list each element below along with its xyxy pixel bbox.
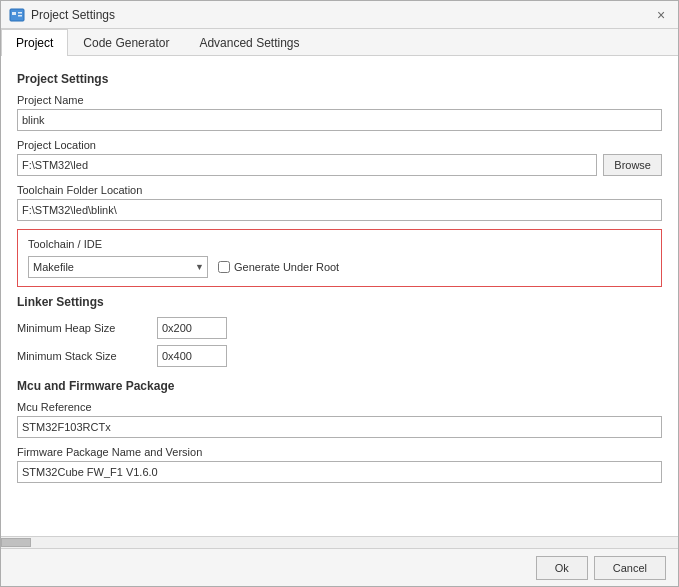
linker-settings-title: Linker Settings <box>17 295 662 309</box>
project-location-input[interactable] <box>17 154 597 176</box>
ok-button[interactable]: Ok <box>536 556 588 580</box>
min-heap-label: Minimum Heap Size <box>17 322 147 334</box>
title-bar-left: Project Settings <box>9 7 115 23</box>
h-scroll-thumb[interactable] <box>1 538 31 547</box>
generate-under-root-checkbox[interactable] <box>218 261 230 273</box>
tabs-bar: Project Code Generator Advanced Settings <box>1 29 678 56</box>
tab-code-generator[interactable]: Code Generator <box>68 29 184 56</box>
toolchain-ide-section: Toolchain / IDE Makefile STM32CubeIDE EW… <box>17 229 662 287</box>
mcu-ref-label: Mcu Reference <box>17 401 662 413</box>
content-area: Project Settings Project Name Project Lo… <box>1 56 678 536</box>
svg-rect-2 <box>18 12 22 14</box>
project-name-label: Project Name <box>17 94 662 106</box>
firmware-pkg-label: Firmware Package Name and Version <box>17 446 662 458</box>
horizontal-scrollbar[interactable] <box>1 536 678 548</box>
close-button[interactable]: × <box>652 6 670 24</box>
toolchain-folder-label: Toolchain Folder Location <box>17 184 662 196</box>
min-stack-label: Minimum Stack Size <box>17 350 147 362</box>
toolchain-row: Makefile STM32CubeIDE EWARM MDK-ARM V5 ▼… <box>28 256 651 278</box>
svg-rect-3 <box>18 15 22 17</box>
footer: Ok Cancel <box>1 548 678 586</box>
toolchain-ide-label: Toolchain / IDE <box>28 238 651 250</box>
svg-rect-1 <box>12 12 16 15</box>
min-heap-input[interactable] <box>157 317 227 339</box>
project-settings-window: Project Settings × Project Code Generato… <box>0 0 679 587</box>
firmware-pkg-input[interactable] <box>17 461 662 483</box>
tab-advanced-settings[interactable]: Advanced Settings <box>184 29 314 56</box>
title-bar: Project Settings × <box>1 1 678 29</box>
min-stack-input[interactable] <box>157 345 227 367</box>
project-location-label: Project Location <box>17 139 662 151</box>
browse-button[interactable]: Browse <box>603 154 662 176</box>
tab-project[interactable]: Project <box>1 29 68 56</box>
mcu-ref-input[interactable] <box>17 416 662 438</box>
project-settings-section-title: Project Settings <box>17 72 662 86</box>
min-stack-row: Minimum Stack Size <box>17 345 662 367</box>
window-title: Project Settings <box>31 8 115 22</box>
cancel-button[interactable]: Cancel <box>594 556 666 580</box>
mcu-section: Mcu and Firmware Package Mcu Reference F… <box>17 379 662 483</box>
toolchain-dropdown-wrap: Makefile STM32CubeIDE EWARM MDK-ARM V5 ▼ <box>28 256 208 278</box>
toolchain-folder-input[interactable] <box>17 199 662 221</box>
linker-settings-section: Linker Settings Minimum Heap Size Minimu… <box>17 295 662 367</box>
project-name-input[interactable] <box>17 109 662 131</box>
mcu-section-title: Mcu and Firmware Package <box>17 379 662 393</box>
min-heap-row: Minimum Heap Size <box>17 317 662 339</box>
toolchain-select[interactable]: Makefile STM32CubeIDE EWARM MDK-ARM V5 <box>28 256 208 278</box>
generate-under-root-label: Generate Under Root <box>234 261 339 273</box>
window-icon <box>9 7 25 23</box>
generate-under-root-wrap[interactable]: Generate Under Root <box>218 261 339 273</box>
project-location-row: Browse <box>17 154 662 176</box>
